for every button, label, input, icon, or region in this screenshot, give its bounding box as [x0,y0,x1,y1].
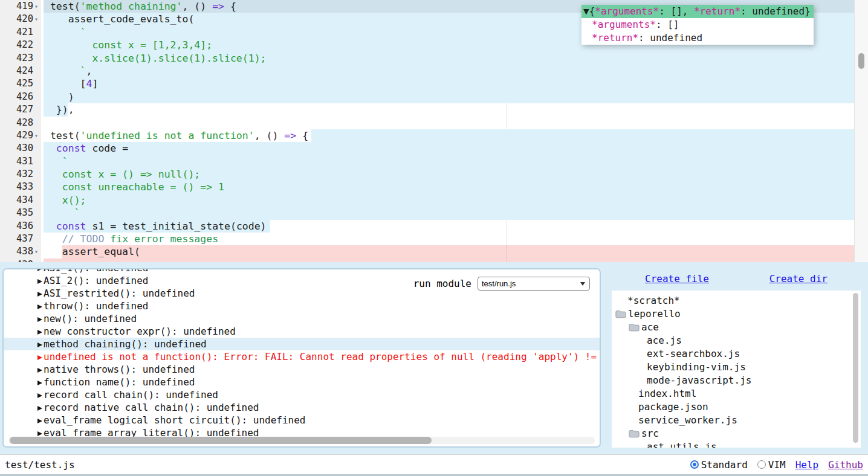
keybinding-mode-option[interactable]: VIM [757,459,786,471]
tree-item[interactable]: src [612,427,861,440]
tooltip-summary[interactable]: ▼{*arguments*: [], *return*: undefined} [581,5,814,18]
line-number-cell[interactable]: 419▾ [0,0,41,13]
console-row[interactable]: throw(): undefined [4,300,600,312]
tooltip-entry[interactable]: *return*: undefined [581,31,814,45]
line-number-cell[interactable]: 421 [0,26,41,39]
console-row[interactable]: native throws(): undefined [4,363,600,376]
create-file-button[interactable]: Create file [645,273,709,285]
console-row[interactable]: new(): undefined [4,312,600,325]
tree-item[interactable]: ace [612,321,861,334]
tree-scrollbar-thumb[interactable] [853,293,858,443]
line-number-cell[interactable]: 438▾ [0,245,41,258]
console-row[interactable]: function name(): undefined [4,376,600,388]
line-number-cell[interactable]: 424 [0,65,41,77]
console-horizontal-scrollbar[interactable] [8,437,595,444]
tree-item[interactable]: leporello [612,307,861,321]
code-line[interactable]: [4] [41,77,854,90]
tree-item[interactable]: index.html [612,387,861,400]
line-number-cell[interactable]: 420▾ [0,13,41,25]
tree-item[interactable]: ext-searchbox.js [612,347,861,361]
line-number-cell[interactable]: 425 [0,77,41,90]
expand-triangle-icon[interactable] [37,317,42,322]
line-number-cell[interactable]: 429▾ [0,129,41,142]
editor-scrollbar-thumb[interactable] [858,53,864,69]
expand-triangle-icon[interactable] [37,381,42,385]
code-line[interactable]: const s1 = test_initial_state(code) [41,220,854,233]
tree-item[interactable]: ast_utils.js [612,440,861,448]
line-number-cell[interactable]: 436 [0,220,41,233]
create-dir-button[interactable]: Create dir [769,273,828,285]
expand-triangle-icon[interactable] [37,419,42,423]
line-number-cell[interactable]: 423 [0,52,41,65]
code-line[interactable] [41,259,854,262]
code-token: : undefined} [740,5,811,17]
console-row[interactable]: eval_frame logical short circuit(): unde… [4,414,600,426]
code-line[interactable]: x.slice(1).slice(1).slice(1); [41,52,854,65]
code-line[interactable]: const code = [41,142,854,155]
expand-triangle-icon[interactable] [37,431,42,436]
code-line[interactable]: assert_equal( [41,245,854,258]
code-line[interactable]: `, [41,65,854,77]
radio-button[interactable] [690,460,699,469]
code-line[interactable]: test('undefined is not a function', () =… [41,129,854,142]
code-line[interactable]: ` [41,155,854,168]
expand-triangle-icon[interactable] [37,368,42,373]
expand-triangle-icon[interactable] [37,279,42,284]
console-scrollbar-thumb[interactable] [10,437,432,444]
console-row[interactable]: method chaining(): undefined [4,338,600,350]
console-row[interactable]: undefined is not a function(): Error: FA… [4,350,600,363]
expand-triangle-icon[interactable] [37,406,42,411]
expand-triangle-icon[interactable] [37,355,42,360]
radio-button[interactable] [757,460,766,469]
line-number-cell[interactable]: 422 [0,39,41,51]
expand-triangle-icon[interactable] [37,343,42,347]
line-number-cell[interactable]: 428 [0,117,41,129]
code-editor[interactable]: 419▾test('method chaining', () => {420▾a… [0,0,868,262]
expand-triangle-icon[interactable] [37,292,42,297]
keybinding-mode-option[interactable]: Standard [690,459,748,471]
console-row[interactable]: record call chain(): undefined [4,388,600,401]
github-link[interactable]: Github [828,459,863,471]
tree-item[interactable]: mode-javascript.js [612,374,861,387]
tree-item[interactable]: ace.js [612,334,861,347]
code-line[interactable]: ) [41,91,854,103]
line-number-cell[interactable]: 439 [0,259,41,262]
fold-marker[interactable]: ▾ [33,245,41,258]
tree-item[interactable]: *scratch* [612,294,861,307]
line-number-cell[interactable]: 427 [0,103,41,116]
tree-item[interactable]: package.json [612,400,861,414]
fold-marker[interactable]: ▾ [33,13,41,25]
code-line[interactable]: x(); [41,194,854,207]
line-number-cell[interactable]: 432 [0,168,41,181]
tooltip-entry[interactable]: *arguments*: [] [581,18,814,31]
line-number-cell[interactable]: 435 [0,207,41,219]
module-select[interactable]: test/run.js [478,277,590,291]
fold-marker[interactable]: ▾ [33,129,41,142]
line-number-cell[interactable]: 431 [0,155,41,168]
fold-marker[interactable]: ▾ [33,0,41,13]
line-number-cell[interactable]: 433 [0,181,41,193]
line-number-cell[interactable]: 426 [0,91,41,103]
code-line[interactable]: ` [41,207,854,219]
code-line[interactable] [41,117,854,129]
help-link[interactable]: Help [795,459,819,471]
line-number: 439 [16,259,33,262]
line-number-cell[interactable]: 434 [0,194,41,207]
expand-triangle-icon[interactable] [37,268,42,271]
console-row[interactable]: new constructor expr(): undefined [4,325,600,338]
expand-triangle-icon[interactable] [37,393,42,398]
console-row[interactable]: ASI_1(): undefined [4,268,600,274]
line-number-cell[interactable]: 437 [0,233,41,245]
editor-vertical-scrollbar[interactable] [854,0,868,262]
code-line[interactable]: }), [41,103,854,116]
code-token: { [224,1,236,12]
code-line[interactable]: // TODO fix error messages [41,233,854,245]
line-number-cell[interactable]: 430 [0,142,41,155]
console-row[interactable]: record native call chain(): undefined [4,401,600,414]
tree-item[interactable]: keybinding-vim.js [612,361,861,374]
tree-item[interactable]: service_worker.js [612,414,861,427]
expand-triangle-icon[interactable] [37,330,42,335]
code-line[interactable]: const unreachable = () => 1 [41,181,854,193]
expand-triangle-icon[interactable] [37,304,42,309]
code-line[interactable]: const x = () => null(); [41,168,854,181]
